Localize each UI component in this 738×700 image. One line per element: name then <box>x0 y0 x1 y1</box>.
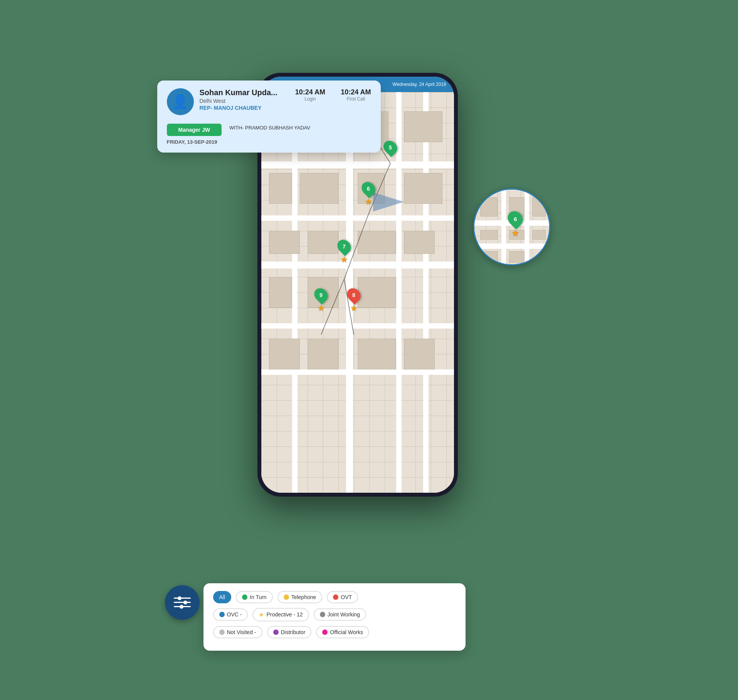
zoom-circle: 6 ★ <box>473 188 550 265</box>
filter-row-2: OVC - ★ Prodective - 12 Joint Working <box>213 608 456 621</box>
first-call-label: First Call <box>341 96 371 102</box>
filter-chip-not-visited-label: Not Visited - <box>227 629 256 635</box>
filter-chip-productive[interactable]: ★ Prodective - 12 <box>252 608 309 621</box>
login-time: 10:24 AM <box>295 88 325 96</box>
profile-name: Sohan Kumar Upda... <box>200 88 289 97</box>
with-label: WITH- PRAMOD SUBHASH YADAV <box>229 125 310 131</box>
filter-chip-official-works-label: Official Works <box>330 629 363 635</box>
filter-chip-ovt-label: OVT <box>341 594 352 600</box>
profile-area: Delhi West <box>200 98 289 104</box>
filter-chip-in-turn-label: In Turn <box>250 594 267 600</box>
dot-yellow-icon <box>284 594 289 600</box>
first-call-time: 10:24 AM <box>341 88 371 96</box>
filter-card: All In Turn Telephone OVT OVC - ★ <box>203 583 466 651</box>
avatar: 👤 <box>167 88 194 115</box>
user-icon: 👤 <box>171 94 189 110</box>
filter-row-3: Not Visited - Distributor Official Works <box>213 626 456 638</box>
filter-chip-distributor-label: Distributor <box>281 629 306 635</box>
filter-chip-official-works[interactable]: Official Works <box>316 626 369 638</box>
dot-purple-icon <box>273 629 279 635</box>
filter-chip-distributor[interactable]: Distributor <box>267 626 312 638</box>
controls-icon <box>174 598 191 607</box>
map-pin-5[interactable]: 5 <box>384 140 397 155</box>
profile-rep: REP- MANOJ CHAUBEY <box>200 105 289 111</box>
filter-chip-in-turn[interactable]: In Turn <box>236 591 273 603</box>
filter-chip-ovt[interactable]: OVT <box>327 591 358 603</box>
profile-date: FRIDAY, 13-SEP-2019 <box>167 139 371 145</box>
map-pin-7[interactable]: 7 ★ <box>338 239 350 265</box>
scene: Live Activity Map Wednesday, 24 April 20… <box>157 42 581 658</box>
dot-light-gray-icon <box>219 629 225 635</box>
app-date: Wednesday, 24 April 2019 <box>393 82 446 87</box>
filter-chip-joint-working[interactable]: Joint Working <box>314 608 366 621</box>
dot-green-icon <box>242 594 247 600</box>
filter-chip-telephone[interactable]: Telephone <box>277 591 323 603</box>
star-filter-icon: ★ <box>259 611 264 618</box>
filter-row-1: All In Turn Telephone OVT <box>213 591 456 603</box>
profile-card: 👤 Sohan Kumar Upda... Delhi West REP- MA… <box>157 81 381 153</box>
filter-chip-telephone-label: Telephone <box>291 594 316 600</box>
filter-chip-productive-label: Prodective - 12 <box>266 611 303 618</box>
map-pin-9[interactable]: 9 ★ <box>315 288 327 313</box>
filter-chip-all[interactable]: All <box>213 591 232 603</box>
controls-button[interactable] <box>165 585 200 620</box>
login-label: Login <box>295 96 325 102</box>
map-pin-8[interactable]: 8 ★ <box>348 288 360 313</box>
map-pin-6[interactable]: 6 ★ <box>362 181 375 207</box>
filter-chip-joint-working-label: Joint Working <box>328 611 360 618</box>
filter-chip-ovc-label: OVC - <box>227 611 242 618</box>
manager-jw-button[interactable]: Manager JW <box>167 124 222 136</box>
dot-blue-icon <box>219 612 225 617</box>
filter-chip-not-visited[interactable]: Not Visited - <box>213 626 262 638</box>
filter-chip-ovc[interactable]: OVC - <box>213 608 248 621</box>
dot-gray-icon <box>320 612 325 617</box>
dot-pink-icon <box>322 629 328 635</box>
dot-red-icon <box>333 594 338 600</box>
filter-chip-all-label: All <box>219 594 225 600</box>
